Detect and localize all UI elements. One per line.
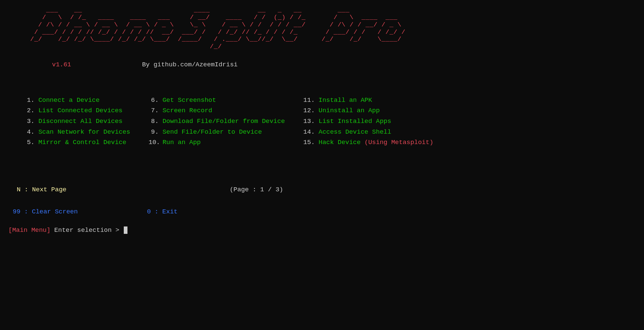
prompt-text: Enter selection > [50, 226, 123, 234]
item-label: Mirror & Control Device [38, 139, 126, 146]
author-text: By github.com/AzeemIdrisi [142, 61, 237, 68]
cursor-icon [124, 226, 127, 234]
menu-item-run-app[interactable]: 10. Run an App [149, 138, 285, 147]
item-label: Run an App [162, 139, 201, 146]
menu-item-connect-device[interactable]: 1. Connect a Device [25, 96, 130, 105]
menu-item-uninstall-app[interactable]: 12. Uninstall an App [303, 107, 433, 115]
menu-item-scan-network[interactable]: 4. Scan Network for Devices [25, 128, 130, 137]
nav-line: N : Next Page (Page : 1 / 3) [7, 186, 644, 194]
menu-item-device-shell[interactable]: 14. Access Device Shell [303, 128, 433, 137]
item-label: Download File/Folder from Device [162, 118, 285, 125]
item-number: 9. [149, 128, 159, 137]
menu-item-mirror-control[interactable]: 5. Mirror & Control Device [25, 138, 130, 147]
item-label: Connect a Device [38, 96, 99, 104]
menu-item-hack-device[interactable]: 15. Hack Device (Using Metasploit) [303, 138, 433, 147]
menu-item-download-file[interactable]: 8. Download File/Folder from Device [149, 117, 285, 126]
item-extra: (Using Metasploit) [365, 139, 433, 146]
item-number: 12. [303, 107, 315, 115]
menu-item-install-apk[interactable]: 11. Install an APK [303, 96, 433, 105]
item-label: Get Screenshot [162, 96, 216, 104]
prompt-line[interactable]: [Main Menu] Enter selection > [7, 226, 644, 235]
item-label: Access Device Shell [319, 128, 391, 136]
item-label: Hack Device [319, 139, 365, 146]
menu-item-disconnect-all[interactable]: 3. Disconnect All Devices [25, 117, 130, 126]
item-label: List Connected Devices [38, 107, 122, 114]
item-label: Scan Network for Devices [38, 128, 130, 136]
menu-column-3: 11. Install an APK 12. Uninstall an App … [303, 96, 433, 147]
version-text: v1.61 [52, 61, 71, 68]
item-number: 8. [149, 117, 159, 126]
menu-item-list-connected[interactable]: 2. List Connected Devices [25, 107, 130, 115]
prompt-menu-label: [Main Menu] [8, 226, 50, 234]
page-info: (Page : 1 / 3) [230, 186, 283, 193]
menu-item-list-apps[interactable]: 13. List Installed Apps [303, 117, 433, 126]
action-line: 99 : Clear Screen 0 : Exit [7, 208, 644, 216]
clear-screen-hint[interactable]: 99 : Clear Screen [13, 208, 78, 215]
menu-container: 1. Connect a Device 2. List Connected De… [7, 96, 644, 147]
item-number: 15. [303, 138, 315, 147]
exit-hint[interactable]: 0 : Exit [147, 208, 177, 215]
item-number: 3. [25, 117, 35, 126]
item-number: 7. [149, 107, 159, 115]
item-number: 11. [303, 96, 315, 105]
item-number: 6. [149, 96, 159, 105]
version-line: v1.61 By github.com/AzeemIdrisi [7, 61, 644, 69]
item-number: 13. [303, 117, 315, 126]
item-number: 4. [25, 128, 35, 137]
next-page-hint[interactable]: N : Next Page [17, 186, 66, 193]
menu-column-1: 1. Connect a Device 2. List Connected De… [25, 96, 130, 147]
item-number: 10. [149, 138, 159, 147]
menu-column-2: 6. Get Screenshot 7. Screen Record 8. Do… [149, 96, 285, 147]
item-number: 5. [25, 138, 35, 147]
item-number: 1. [25, 96, 35, 105]
menu-item-send-file[interactable]: 9. Send File/Folder to Device [149, 128, 285, 137]
item-label: Disconnect All Devices [38, 118, 122, 125]
item-label: List Installed Apps [319, 118, 391, 125]
item-label: Screen Record [162, 107, 212, 114]
menu-item-screenshot[interactable]: 6. Get Screenshot [149, 96, 285, 105]
menu-item-screen-record[interactable]: 7. Screen Record [149, 107, 285, 115]
item-label: Send File/Folder to Device [162, 128, 262, 136]
item-label: Uninstall an App [319, 107, 380, 114]
item-label: Install an APK [319, 96, 372, 104]
item-number: 14. [303, 128, 315, 137]
item-number: 2. [25, 107, 35, 115]
ascii-banner: ___ __ ____ __ _ __ ___ / \ / /_ ____ __… [7, 7, 644, 51]
